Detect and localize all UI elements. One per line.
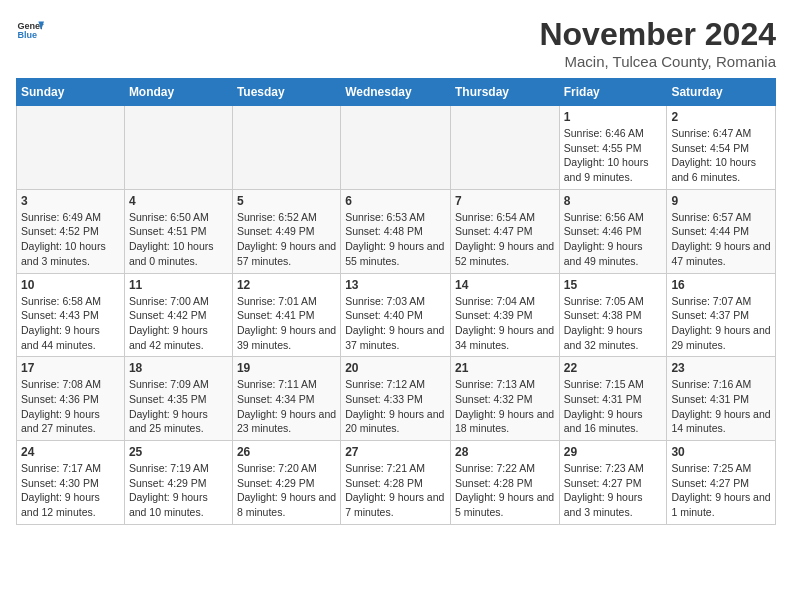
calendar-cell: 17Sunrise: 7:08 AMSunset: 4:36 PMDayligh… <box>17 357 125 441</box>
day-info: Sunrise: 6:58 AMSunset: 4:43 PMDaylight:… <box>21 294 120 353</box>
day-info: Sunrise: 7:21 AMSunset: 4:28 PMDaylight:… <box>345 461 446 520</box>
day-info: Sunrise: 7:11 AMSunset: 4:34 PMDaylight:… <box>237 377 336 436</box>
calendar-cell: 2Sunrise: 6:47 AMSunset: 4:54 PMDaylight… <box>667 106 776 190</box>
day-number: 29 <box>564 445 663 459</box>
day-number: 20 <box>345 361 446 375</box>
calendar-cell: 19Sunrise: 7:11 AMSunset: 4:34 PMDayligh… <box>232 357 340 441</box>
day-info: Sunrise: 7:17 AMSunset: 4:30 PMDaylight:… <box>21 461 120 520</box>
week-row-2: 3Sunrise: 6:49 AMSunset: 4:52 PMDaylight… <box>17 189 776 273</box>
weekday-header-monday: Monday <box>124 79 232 106</box>
calendar-cell: 13Sunrise: 7:03 AMSunset: 4:40 PMDayligh… <box>341 273 451 357</box>
calendar-cell: 5Sunrise: 6:52 AMSunset: 4:49 PMDaylight… <box>232 189 340 273</box>
day-number: 24 <box>21 445 120 459</box>
location-title: Macin, Tulcea County, Romania <box>539 53 776 70</box>
day-number: 21 <box>455 361 555 375</box>
day-info: Sunrise: 7:23 AMSunset: 4:27 PMDaylight:… <box>564 461 663 520</box>
day-info: Sunrise: 6:53 AMSunset: 4:48 PMDaylight:… <box>345 210 446 269</box>
calendar-cell: 29Sunrise: 7:23 AMSunset: 4:27 PMDayligh… <box>559 441 667 525</box>
day-number: 26 <box>237 445 336 459</box>
day-info: Sunrise: 7:05 AMSunset: 4:38 PMDaylight:… <box>564 294 663 353</box>
day-number: 4 <box>129 194 228 208</box>
day-number: 8 <box>564 194 663 208</box>
day-info: Sunrise: 7:03 AMSunset: 4:40 PMDaylight:… <box>345 294 446 353</box>
day-info: Sunrise: 7:19 AMSunset: 4:29 PMDaylight:… <box>129 461 228 520</box>
day-info: Sunrise: 6:52 AMSunset: 4:49 PMDaylight:… <box>237 210 336 269</box>
day-info: Sunrise: 6:56 AMSunset: 4:46 PMDaylight:… <box>564 210 663 269</box>
day-number: 14 <box>455 278 555 292</box>
calendar-cell: 11Sunrise: 7:00 AMSunset: 4:42 PMDayligh… <box>124 273 232 357</box>
day-number: 16 <box>671 278 771 292</box>
day-number: 25 <box>129 445 228 459</box>
weekday-header-sunday: Sunday <box>17 79 125 106</box>
day-info: Sunrise: 6:49 AMSunset: 4:52 PMDaylight:… <box>21 210 120 269</box>
header: General Blue November 2024 Macin, Tulcea… <box>16 16 776 70</box>
calendar-cell: 14Sunrise: 7:04 AMSunset: 4:39 PMDayligh… <box>450 273 559 357</box>
day-info: Sunrise: 7:15 AMSunset: 4:31 PMDaylight:… <box>564 377 663 436</box>
week-row-3: 10Sunrise: 6:58 AMSunset: 4:43 PMDayligh… <box>17 273 776 357</box>
logo: General Blue <box>16 16 44 44</box>
day-number: 2 <box>671 110 771 124</box>
day-info: Sunrise: 7:22 AMSunset: 4:28 PMDaylight:… <box>455 461 555 520</box>
calendar-cell: 23Sunrise: 7:16 AMSunset: 4:31 PMDayligh… <box>667 357 776 441</box>
weekday-header-thursday: Thursday <box>450 79 559 106</box>
calendar-cell: 12Sunrise: 7:01 AMSunset: 4:41 PMDayligh… <box>232 273 340 357</box>
day-number: 11 <box>129 278 228 292</box>
day-number: 13 <box>345 278 446 292</box>
day-info: Sunrise: 6:50 AMSunset: 4:51 PMDaylight:… <box>129 210 228 269</box>
svg-text:Blue: Blue <box>17 30 37 40</box>
calendar-cell: 25Sunrise: 7:19 AMSunset: 4:29 PMDayligh… <box>124 441 232 525</box>
calendar-cell: 21Sunrise: 7:13 AMSunset: 4:32 PMDayligh… <box>450 357 559 441</box>
day-info: Sunrise: 7:25 AMSunset: 4:27 PMDaylight:… <box>671 461 771 520</box>
day-info: Sunrise: 7:13 AMSunset: 4:32 PMDaylight:… <box>455 377 555 436</box>
calendar-cell: 9Sunrise: 6:57 AMSunset: 4:44 PMDaylight… <box>667 189 776 273</box>
calendar-cell: 26Sunrise: 7:20 AMSunset: 4:29 PMDayligh… <box>232 441 340 525</box>
calendar-cell: 4Sunrise: 6:50 AMSunset: 4:51 PMDaylight… <box>124 189 232 273</box>
day-info: Sunrise: 7:00 AMSunset: 4:42 PMDaylight:… <box>129 294 228 353</box>
month-title: November 2024 <box>539 16 776 53</box>
day-number: 5 <box>237 194 336 208</box>
day-number: 3 <box>21 194 120 208</box>
calendar-cell <box>17 106 125 190</box>
title-area: November 2024 Macin, Tulcea County, Roma… <box>539 16 776 70</box>
calendar-cell <box>124 106 232 190</box>
day-number: 12 <box>237 278 336 292</box>
day-info: Sunrise: 7:20 AMSunset: 4:29 PMDaylight:… <box>237 461 336 520</box>
day-number: 19 <box>237 361 336 375</box>
calendar-cell: 22Sunrise: 7:15 AMSunset: 4:31 PMDayligh… <box>559 357 667 441</box>
logo-icon: General Blue <box>16 16 44 44</box>
weekday-header-friday: Friday <box>559 79 667 106</box>
day-number: 17 <box>21 361 120 375</box>
calendar-cell: 16Sunrise: 7:07 AMSunset: 4:37 PMDayligh… <box>667 273 776 357</box>
calendar-cell <box>232 106 340 190</box>
day-number: 10 <box>21 278 120 292</box>
day-info: Sunrise: 7:12 AMSunset: 4:33 PMDaylight:… <box>345 377 446 436</box>
week-row-4: 17Sunrise: 7:08 AMSunset: 4:36 PMDayligh… <box>17 357 776 441</box>
calendar-cell: 6Sunrise: 6:53 AMSunset: 4:48 PMDaylight… <box>341 189 451 273</box>
calendar-table: SundayMondayTuesdayWednesdayThursdayFrid… <box>16 78 776 525</box>
day-info: Sunrise: 6:57 AMSunset: 4:44 PMDaylight:… <box>671 210 771 269</box>
day-info: Sunrise: 6:54 AMSunset: 4:47 PMDaylight:… <box>455 210 555 269</box>
day-number: 23 <box>671 361 771 375</box>
calendar-cell: 1Sunrise: 6:46 AMSunset: 4:55 PMDaylight… <box>559 106 667 190</box>
day-info: Sunrise: 7:01 AMSunset: 4:41 PMDaylight:… <box>237 294 336 353</box>
day-number: 15 <box>564 278 663 292</box>
day-number: 7 <box>455 194 555 208</box>
day-info: Sunrise: 7:07 AMSunset: 4:37 PMDaylight:… <box>671 294 771 353</box>
day-info: Sunrise: 6:47 AMSunset: 4:54 PMDaylight:… <box>671 126 771 185</box>
calendar-cell: 28Sunrise: 7:22 AMSunset: 4:28 PMDayligh… <box>450 441 559 525</box>
calendar-cell: 15Sunrise: 7:05 AMSunset: 4:38 PMDayligh… <box>559 273 667 357</box>
week-row-5: 24Sunrise: 7:17 AMSunset: 4:30 PMDayligh… <box>17 441 776 525</box>
calendar-cell: 18Sunrise: 7:09 AMSunset: 4:35 PMDayligh… <box>124 357 232 441</box>
day-number: 22 <box>564 361 663 375</box>
calendar-cell: 10Sunrise: 6:58 AMSunset: 4:43 PMDayligh… <box>17 273 125 357</box>
day-number: 6 <box>345 194 446 208</box>
day-info: Sunrise: 6:46 AMSunset: 4:55 PMDaylight:… <box>564 126 663 185</box>
calendar-cell: 7Sunrise: 6:54 AMSunset: 4:47 PMDaylight… <box>450 189 559 273</box>
calendar-cell: 8Sunrise: 6:56 AMSunset: 4:46 PMDaylight… <box>559 189 667 273</box>
calendar-cell: 20Sunrise: 7:12 AMSunset: 4:33 PMDayligh… <box>341 357 451 441</box>
calendar-cell: 30Sunrise: 7:25 AMSunset: 4:27 PMDayligh… <box>667 441 776 525</box>
calendar-cell: 27Sunrise: 7:21 AMSunset: 4:28 PMDayligh… <box>341 441 451 525</box>
calendar-cell: 24Sunrise: 7:17 AMSunset: 4:30 PMDayligh… <box>17 441 125 525</box>
day-number: 1 <box>564 110 663 124</box>
day-info: Sunrise: 7:08 AMSunset: 4:36 PMDaylight:… <box>21 377 120 436</box>
